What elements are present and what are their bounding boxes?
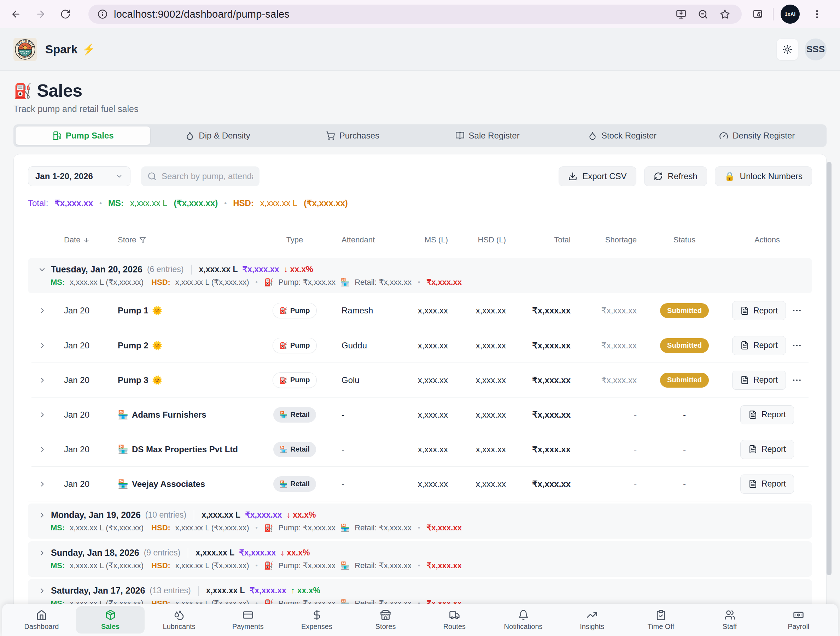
report-button[interactable]: Report [740,405,794,424]
group-hsd-value: x,xxx.xx L (₹x,xxx.xx) [175,561,249,570]
row-menu-button[interactable] [791,340,802,351]
nav-item-sales[interactable]: Sales [76,606,145,633]
table-row-pump-1[interactable]: Jan 20Pump 1🌞⛽PumpRameshx,xxx.xxx,xxx.xx… [32,293,808,328]
report-button[interactable]: Report [732,336,786,355]
nav-item-insights[interactable]: Insights [557,606,627,633]
cell-date: Jan 20 [54,410,106,420]
dot-separator: • [418,562,420,570]
table-row-adams-furnishers[interactable]: Jan 20🏪Adams Furnishers🏪Retail-x,xxx.xxx… [32,397,808,432]
row-menu-button[interactable] [791,375,802,386]
nav-item-lubricants[interactable]: Lubricants [145,606,213,633]
row-expander[interactable] [32,342,54,349]
tab-stock-register[interactable]: Stock Register [555,126,689,145]
report-button[interactable]: Report [732,371,786,390]
nav-item-payroll[interactable]: Payroll [764,606,833,633]
day-group-section: Sunday, Jan 18, 2026(9 entries)x,xxx.xx … [28,539,812,577]
install-app-icon[interactable] [673,6,689,22]
group-change-down: ↓ xx.x% [284,264,313,274]
tab-sale-register[interactable]: Sale Register [420,126,555,145]
tab-pump-sales[interactable]: Pump Sales [16,126,150,145]
bookmark-star-icon[interactable] [717,6,733,22]
browser-chrome: localhost:9002/dashboard/pump-sales 1xAI [0,0,840,28]
nav-item-routes[interactable]: Routes [420,606,489,633]
nav-item-staff[interactable]: Staff [695,606,764,633]
group-summary-line: Saturday, Jan 17, 2026(13 entries)x,xxx.… [38,586,812,596]
cell-actions: Report [725,371,809,390]
fuel-pump-emoji-icon: ⛽ [264,524,273,532]
nav-item-notifications[interactable]: Notifications [489,606,558,633]
browser-reload-icon[interactable] [57,6,74,22]
table-row-pump-2[interactable]: Jan 20Pump 2🌞⛽PumpGuddux,xxx.xxx,xxx.xx₹… [32,328,808,362]
table-row-ds-max-properties-pvt-ltd[interactable]: Jan 20🏪DS Max Properties Pvt Ltd🏪Retail-… [32,432,808,466]
nav-label: Time Off [648,623,674,631]
tab-dip-density[interactable]: Dip & Density [150,126,285,145]
theme-toggle-button[interactable] [776,38,798,60]
group-row-monday-jan-19-2026[interactable]: Monday, Jan 19, 2026(10 entries)x,xxx.xx… [28,504,812,539]
group-shortage-total: ₹x,xxx.xx [426,561,462,570]
home-icon [36,609,47,620]
credit-card-icon [243,609,254,620]
column-label: Attendant [341,235,375,244]
row-expander[interactable] [32,307,54,315]
cell-type: ⛽Pump [271,303,319,318]
search-input[interactable] [161,172,253,181]
separator [191,264,192,274]
nav-item-expenses[interactable]: Expenses [283,606,351,633]
nav-item-time-off[interactable]: Time Off [627,606,695,633]
tab-purchases[interactable]: Purchases [285,126,420,145]
column-label: Status [674,235,695,244]
cell-ms: x,xxx.xx [400,305,455,315]
row-expander[interactable] [32,376,54,384]
url-text[interactable]: localhost:9002/dashboard/pump-sales [114,8,667,20]
column-header-store[interactable]: Store [106,235,271,244]
group-ms-label: MS: [51,561,65,570]
chevron-right-icon[interactable] [38,511,46,520]
address-bar[interactable]: localhost:9002/dashboard/pump-sales [88,5,742,24]
cell-ms: x,xxx.xx [400,341,455,351]
nav-item-stores[interactable]: Stores [351,606,420,633]
chevron-down-icon[interactable] [38,265,46,274]
browser-forward-icon[interactable] [33,6,49,22]
pump-emoji-icon: ⛽ [279,307,287,315]
row-expander[interactable] [32,480,54,488]
scrollbar-thumb[interactable] [827,162,832,575]
report-button[interactable]: Report [740,474,794,494]
browser-back-icon[interactable] [8,6,24,22]
zoom-out-icon[interactable] [695,6,711,22]
unlock-numbers-button[interactable]: 🔒 Unlock Numbers [715,167,812,186]
user-avatar[interactable]: SSS [805,38,827,60]
status-badge: Submitted [660,303,709,318]
row-expander[interactable] [32,446,54,453]
dot-separator: • [256,279,258,286]
cell-date: Jan 20 [54,444,106,454]
report-button[interactable]: Report [740,440,794,459]
browser-profile-avatar[interactable]: 1xAI [781,5,800,24]
side-panel-search-icon[interactable] [750,6,766,22]
chevron-right-icon[interactable] [38,549,46,557]
retail-emoji-icon: 🏪 [279,480,287,488]
date-range-select[interactable]: Jan 1-20, 2026 [28,167,131,186]
table-row-veejay-associates[interactable]: Jan 20🏪Veejay Associates🏪Retail-x,xxx.xx… [32,466,808,501]
browser-menu-icon[interactable] [809,6,825,22]
nav-item-dashboard[interactable]: Dashboard [7,606,76,633]
refresh-button[interactable]: Refresh [644,167,707,186]
column-label: Shortage [605,235,637,244]
table-body: Tuesday, Jan 20, 2026(6 entries)x,xxx.xx… [14,258,826,614]
store-emoji-icon: 🏪 [341,278,350,287]
row-expander[interactable] [32,411,54,419]
dot-separator: • [256,524,258,532]
nav-item-payments[interactable]: Payments [213,606,283,633]
site-info-icon[interactable] [98,9,107,19]
column-header-total: Total [513,235,577,244]
report-button[interactable]: Report [732,301,786,320]
export-csv-button[interactable]: Export CSV [559,167,636,186]
column-header-date[interactable]: Date [54,235,106,244]
package-icon [105,609,116,620]
row-menu-button[interactable] [791,305,802,316]
table-row-pump-3[interactable]: Jan 20Pump 3🌞⛽PumpGolux,xxx.xxx,xxx.xx₹x… [32,362,808,397]
group-row-tuesday-jan-20-2026[interactable]: Tuesday, Jan 20, 2026(6 entries)x,xxx.xx… [28,258,812,293]
group-row-sunday-jan-18-2026[interactable]: Sunday, Jan 18, 2026(9 entries)x,xxx.xx … [28,541,812,577]
chevron-right-icon[interactable] [38,587,46,595]
cell-hsd: x,xxx.xx [455,444,513,454]
tab-density-register[interactable]: Density Register [690,126,824,145]
